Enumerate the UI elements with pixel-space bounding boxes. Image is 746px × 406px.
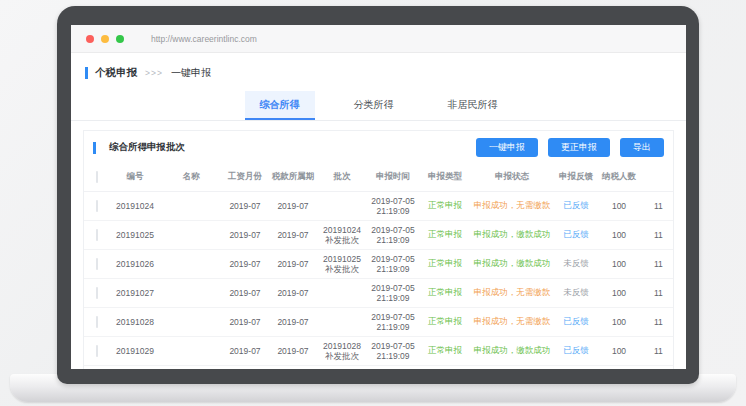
row-checkbox[interactable]	[96, 258, 98, 270]
tab-nonresident-income[interactable]: 非居民所得	[433, 91, 513, 120]
cell-clipped-value: 11	[640, 366, 673, 370]
window-maximize-icon[interactable]	[116, 35, 124, 43]
cell-declare-type: 正常申报	[420, 308, 470, 337]
correct-declare-button[interactable]: 更正申报	[548, 138, 610, 157]
cell-salary-month: 2019-07	[222, 192, 268, 221]
breadcrumb-separator: >>>	[145, 68, 163, 78]
cell-id: 20191030	[110, 366, 160, 370]
cell-declare-time-part: 21:19:09	[367, 235, 419, 245]
cell-declare-time-part: 21:19:09	[367, 293, 419, 303]
cell-declare-time: 2019-07-0521:19:09	[366, 221, 420, 250]
cell-batch-label: 补发批次	[319, 351, 365, 361]
batch-table: 编号 名称 工资月份 税款所属期 批次 申报时间 申报类型 申报状态 申报反馈 …	[84, 163, 673, 369]
declaration-batch-panel: 综合所得申报批次 一键申报 更正申报 导出	[83, 130, 674, 369]
col-header-declare-time: 申报时间	[366, 163, 420, 192]
cell-taxpayers: 100	[598, 192, 640, 221]
cell-declare-time-part: 21:19:09	[367, 264, 419, 274]
panel-actions: 一键申报 更正申报 导出	[476, 138, 664, 157]
cell-clipped-value: 11	[640, 250, 673, 279]
cell-clipped-value: 11	[640, 308, 673, 337]
cell-batch-no: 20191025	[319, 254, 365, 264]
cell-id: 20191028	[110, 308, 160, 337]
cell-batch	[318, 279, 366, 308]
cell-status: 申报成功，缴款成功	[470, 337, 554, 366]
col-header-clipped	[640, 163, 673, 192]
cell-declare-time: 2019-07-0521:19:09	[366, 250, 420, 279]
cell-declare-time-part: 21:19:09	[367, 351, 419, 361]
cell-salary-month: 2019-07	[222, 279, 268, 308]
cell-batch-no: 20191024	[319, 225, 365, 235]
laptop-screen-bezel: http://www.careerintlinc.com 个税申报 >>> 一键…	[57, 6, 699, 384]
cell-tax-period: 2019-07	[268, 250, 318, 279]
cell-batch: 20191028补发批次	[318, 337, 366, 366]
col-header-taxpayer-count: 纳税人数	[598, 163, 640, 192]
screen: http://www.careerintlinc.com 个税申报 >>> 一键…	[71, 25, 686, 369]
cell-tax-period: 2019-07	[268, 366, 318, 370]
cell-declare-type: 正常申报	[420, 366, 470, 370]
cell-id: 20191029	[110, 337, 160, 366]
cell-taxpayers: 100	[598, 337, 640, 366]
cell-declare-time: 2019-07-0521:19:09	[366, 366, 420, 370]
table-header-row: 编号 名称 工资月份 税款所属期 批次 申报时间 申报类型 申报状态 申报反馈 …	[84, 163, 673, 192]
cell-salary-month: 2019-07	[222, 337, 268, 366]
cell-clipped-value: 11	[640, 279, 673, 308]
col-header-batch: 批次	[318, 163, 366, 192]
col-header-feedback: 申报反馈	[554, 163, 598, 192]
col-header-declare-status: 申报状态	[470, 163, 554, 192]
cell-declare-date: 2019-07-05	[367, 312, 419, 322]
cell-declare-type: 正常申报	[420, 250, 470, 279]
cell-status: 申报成功，缴款成功	[470, 366, 554, 370]
cell-taxpayers: 100	[598, 308, 640, 337]
cell-declare-time-part: 21:19:09	[367, 206, 419, 216]
select-all-checkbox[interactable]	[96, 171, 98, 183]
cell-tax-period: 2019-07	[268, 279, 318, 308]
breadcrumb-current: 一键申报	[171, 66, 211, 80]
row-checkbox[interactable]	[96, 229, 98, 241]
row-checkbox[interactable]	[96, 345, 98, 357]
table-row: 20191025 2019-07 2019-07 20191024补发批次 20…	[84, 221, 673, 250]
table-body: 20191024 2019-07 2019-07 2019-07-0521:19…	[84, 192, 673, 370]
accent-bar	[85, 67, 88, 79]
cell-clipped-value: 11	[640, 221, 673, 250]
panel-header: 综合所得申报批次 一键申报 更正申报 导出	[84, 131, 673, 163]
batch-table-container: 编号 名称 工资月份 税款所属期 批次 申报时间 申报类型 申报状态 申报反馈 …	[84, 163, 673, 369]
cell-feedback: 未反馈	[554, 250, 598, 279]
cell-taxpayers: 100	[598, 250, 640, 279]
tab-comprehensive-income[interactable]: 综合所得	[245, 91, 315, 120]
col-header-tax-period: 税款所属期	[268, 163, 318, 192]
row-checkbox[interactable]	[96, 316, 98, 328]
cell-feedback: 未反馈	[554, 279, 598, 308]
accent-bar	[93, 142, 96, 154]
cell-feedback: 已反馈	[554, 337, 598, 366]
browser-titlebar: http://www.careerintlinc.com	[71, 25, 686, 53]
cell-declare-type: 正常申报	[420, 221, 470, 250]
cell-status: 申报成功，缴款成功	[470, 221, 554, 250]
col-header-name: 名称	[160, 163, 222, 192]
header-select-all	[84, 163, 110, 192]
cell-declare-type: 正常申报	[420, 337, 470, 366]
cell-salary-month: 2019-07	[222, 221, 268, 250]
cell-batch-label: 补发批次	[319, 264, 365, 274]
cell-declare-date: 2019-07-05	[367, 196, 419, 206]
tab-classified-income[interactable]: 分类所得	[339, 91, 409, 120]
row-checkbox[interactable]	[96, 287, 98, 299]
table-row: 20191026 2019-07 2019-07 20191025补发批次 20…	[84, 250, 673, 279]
table-row: 20191029 2019-07 2019-07 20191028补发批次 20…	[84, 337, 673, 366]
cell-salary-month: 2019-07	[222, 250, 268, 279]
cell-batch: 20191025补发批次	[318, 250, 366, 279]
col-header-salary-month: 工资月份	[222, 163, 268, 192]
cell-id: 20191025	[110, 221, 160, 250]
address-bar[interactable]: http://www.careerintlinc.com	[151, 34, 257, 44]
cell-id: 20191027	[110, 279, 160, 308]
export-button[interactable]: 导出	[620, 138, 664, 157]
row-checkbox[interactable]	[96, 200, 98, 212]
window-close-icon[interactable]	[86, 35, 94, 43]
cell-status: 申报成功，无需缴款	[470, 308, 554, 337]
cell-status: 申报成功，无需缴款	[470, 279, 554, 308]
table-row: 20191030 2019-07 2019-07 2019-07-0521:19…	[84, 366, 673, 370]
cell-id: 20191026	[110, 250, 160, 279]
one-click-declare-button[interactable]: 一键申报	[476, 138, 538, 157]
cell-feedback: 已反馈	[554, 192, 598, 221]
panel-title: 综合所得申报批次	[109, 141, 185, 154]
window-minimize-icon[interactable]	[101, 35, 109, 43]
